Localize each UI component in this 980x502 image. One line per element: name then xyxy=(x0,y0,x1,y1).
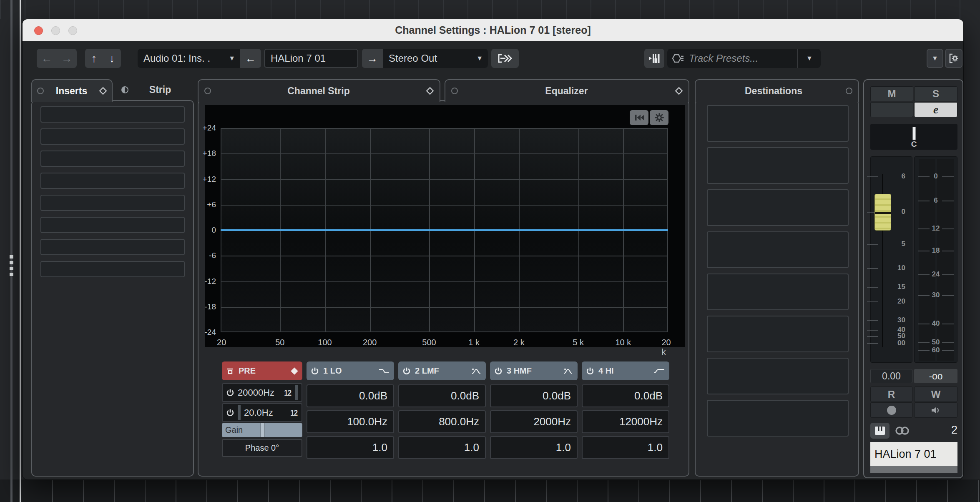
track-presets-dropdown-button[interactable]: ▼ xyxy=(798,49,821,68)
bypass-channel-strip-indicator[interactable] xyxy=(204,88,211,94)
titlebar[interactable]: Channel Settings : HALion 7 01 [stereo] xyxy=(23,19,963,41)
bypass-equalizer-indicator[interactable] xyxy=(451,88,458,94)
edit-channel-button[interactable]: e xyxy=(914,102,957,117)
volume-fader[interactable]: 6 0 5 10 15 20 30 40 50 00 xyxy=(870,156,912,363)
insert-slot-6[interactable] xyxy=(40,217,185,233)
window-layers-dropdown-button[interactable]: ▼ xyxy=(927,49,943,68)
eq-band-4-header[interactable]: 4 HI xyxy=(582,361,669,380)
low-shelf-filter-icon[interactable] xyxy=(378,368,390,374)
reset-eq-button[interactable] xyxy=(630,110,648,125)
instrument-track-button[interactable] xyxy=(870,423,890,439)
eq-band-3-gain[interactable]: 0.0dB xyxy=(490,384,578,407)
high-shelf-filter-icon[interactable] xyxy=(653,368,665,374)
track-color-strip[interactable] xyxy=(870,466,957,473)
mute-button[interactable]: M xyxy=(870,86,913,101)
pre-gain-handle[interactable] xyxy=(260,423,265,437)
phase-button[interactable]: Phase 0° xyxy=(222,439,302,457)
destination-slot-2[interactable] xyxy=(707,147,849,184)
power-icon[interactable] xyxy=(311,367,319,375)
eq-band-1-q[interactable]: 1.0 xyxy=(307,436,394,459)
eq-band-4-gain[interactable]: 0.0dB xyxy=(582,384,669,407)
eq-band-4-frequency[interactable]: 12000Hz xyxy=(582,410,669,433)
eq-band-4-q[interactable]: 1.0 xyxy=(582,436,669,459)
pre-filter-header[interactable]: PRE xyxy=(222,361,302,380)
previous-edited-channel-button[interactable]: ← xyxy=(37,52,57,65)
tab-channel-strip[interactable]: Channel Strip xyxy=(198,79,440,102)
read-automation-button[interactable]: R xyxy=(870,387,912,402)
eq-curve-display[interactable]: +24 +18 +12 +6 0 -6 -12 -18 -24 xyxy=(205,105,685,347)
tab-strip[interactable]: Strip xyxy=(116,79,192,100)
insert-slot-1[interactable] xyxy=(40,106,185,123)
preset-diamond-icon[interactable] xyxy=(426,87,434,95)
meter-peak-value-field[interactable]: -oo xyxy=(914,369,957,383)
eq-settings-button[interactable] xyxy=(650,110,668,125)
power-icon[interactable] xyxy=(494,367,503,375)
channel-selector-dropdown[interactable]: Audio 01: Ins. . ▼ xyxy=(138,49,240,68)
eq-band-2-q[interactable]: 1.0 xyxy=(398,436,486,459)
low-cut-row[interactable]: 20.0Hz 12 xyxy=(222,403,302,422)
insert-slot-8[interactable] xyxy=(40,261,185,277)
power-icon[interactable] xyxy=(586,367,594,375)
low-cut-slope-value[interactable]: 12 xyxy=(290,408,297,418)
destination-slot-7[interactable] xyxy=(707,358,849,394)
monitor-button[interactable] xyxy=(914,402,957,418)
destination-slot-6[interactable] xyxy=(707,316,849,352)
power-icon[interactable] xyxy=(226,389,234,397)
destination-slot-5[interactable] xyxy=(707,274,849,310)
eq-band-3-q[interactable]: 1.0 xyxy=(490,436,578,459)
divider-drag-handle[interactable] xyxy=(10,255,13,276)
fader-cap[interactable] xyxy=(874,194,891,231)
insert-slot-7[interactable] xyxy=(40,239,185,255)
setup-window-layout-button[interactable] xyxy=(945,49,962,68)
channel-name-field[interactable]: HALion 7 01 xyxy=(264,49,358,68)
preset-diamond-icon[interactable] xyxy=(675,87,683,95)
destination-slot-4[interactable] xyxy=(707,231,849,268)
eq-band-3-frequency[interactable]: 2000Hz xyxy=(490,410,578,433)
next-channel-button[interactable]: ↓ xyxy=(103,52,121,65)
high-cut-row[interactable]: 20000Hz 12 xyxy=(222,383,302,402)
preset-diamond-icon[interactable] xyxy=(291,367,298,375)
destination-slot-3[interactable] xyxy=(707,189,849,226)
insert-slot-4[interactable] xyxy=(40,173,185,189)
peak-filter-icon[interactable] xyxy=(471,367,482,375)
eq-band-2-frequency[interactable]: 800.0Hz xyxy=(398,410,486,433)
write-automation-button[interactable]: W xyxy=(914,387,957,402)
destination-slot-8[interactable] xyxy=(707,400,849,437)
tab-inserts[interactable]: Inserts xyxy=(31,79,113,102)
eq-band-3-header[interactable]: 3 HMF xyxy=(490,361,578,380)
open-instrument-button[interactable] xyxy=(644,49,664,68)
bypass-destinations-indicator[interactable] xyxy=(846,88,852,94)
tab-destinations[interactable]: Destinations xyxy=(695,79,859,102)
eq-band-2-header[interactable]: 2 LMF xyxy=(398,361,486,380)
previous-channel-button[interactable]: ↑ xyxy=(85,52,103,65)
peak-filter-icon[interactable] xyxy=(563,367,573,375)
record-enable-button[interactable] xyxy=(870,402,912,418)
eq-plot-area[interactable] xyxy=(221,128,668,332)
insert-slot-3[interactable] xyxy=(40,151,185,167)
power-icon[interactable] xyxy=(226,409,234,417)
solo-button[interactable]: S xyxy=(914,86,957,101)
output-assign-button[interactable]: → xyxy=(362,49,383,68)
track-presets-field[interactable]: Track Presets... xyxy=(667,49,797,68)
track-name-plate[interactable]: HALion 7 01 xyxy=(870,442,957,466)
power-icon[interactable] xyxy=(402,367,411,375)
input-assign-button[interactable]: ← xyxy=(240,49,261,68)
bypass-inserts-indicator[interactable] xyxy=(37,88,44,94)
tab-equalizer[interactable]: Equalizer xyxy=(445,79,689,102)
fader-value-field[interactable]: 0.00 xyxy=(870,369,912,383)
eq-curve-flat-line[interactable] xyxy=(221,229,668,231)
pre-gain-slider[interactable]: Gain xyxy=(222,423,302,437)
eq-band-1-gain[interactable]: 0.0dB xyxy=(307,384,394,407)
eq-band-2-gain[interactable]: 0.0dB xyxy=(398,384,486,407)
next-edited-channel-button[interactable]: → xyxy=(57,52,77,65)
high-cut-slope-value[interactable]: 12 xyxy=(284,388,291,398)
insert-slot-5[interactable] xyxy=(40,195,185,211)
preset-diamond-icon[interactable] xyxy=(99,87,107,95)
pan-control[interactable]: C xyxy=(870,124,957,150)
destination-slot-1[interactable] xyxy=(707,105,849,142)
edit-output-channel-button[interactable] xyxy=(491,49,519,68)
insert-slot-2[interactable] xyxy=(40,128,185,145)
output-selector-dropdown[interactable]: Stereo Out ▼ xyxy=(383,49,488,68)
eq-band-1-header[interactable]: 1 LO xyxy=(307,361,394,380)
eq-band-1-frequency[interactable]: 100.0Hz xyxy=(307,410,394,433)
